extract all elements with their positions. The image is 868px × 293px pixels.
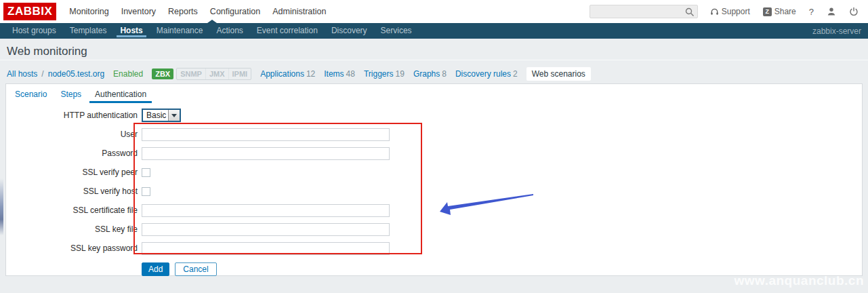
breadcrumb: All hosts / node05.test.org Enabled ZBX … bbox=[7, 65, 591, 82]
zabbix-logo[interactable]: ZABBIX bbox=[3, 3, 56, 20]
ssl-certificate-file-label: SSL certificate file bbox=[6, 206, 138, 215]
search-icon[interactable] bbox=[685, 7, 695, 17]
add-button[interactable]: Add bbox=[142, 262, 169, 276]
subnav-item-templates[interactable]: Templates bbox=[63, 23, 114, 39]
user-field[interactable] bbox=[142, 128, 390, 141]
select-dropdown-button[interactable] bbox=[168, 110, 180, 121]
crumb-graphs: Graphs8 bbox=[413, 69, 447, 79]
subnav-item-actions[interactable]: Actions bbox=[209, 23, 249, 39]
ipmi-badge: IPMI bbox=[228, 69, 251, 79]
form-row-ssl-verify-peer: SSL verify peer bbox=[6, 163, 862, 182]
cancel-button[interactable]: Cancel bbox=[175, 262, 216, 276]
share-label: Share bbox=[774, 7, 796, 16]
support-label: Support bbox=[722, 7, 750, 16]
page-header-band: Web monitoring bbox=[0, 39, 868, 60]
subnav-item-event-correlation[interactable]: Event correlation bbox=[250, 23, 325, 39]
subnav-item-hosts[interactable]: Hosts bbox=[113, 23, 149, 39]
password-label: Password bbox=[6, 149, 138, 158]
share-link[interactable]: Z Share bbox=[763, 7, 796, 16]
subnav-item-maintenance[interactable]: Maintenance bbox=[150, 23, 210, 39]
search-input[interactable] bbox=[590, 5, 697, 18]
form-row-password: Password bbox=[6, 144, 862, 163]
left-edge-watermark-artifact bbox=[0, 178, 3, 235]
user-label: User bbox=[6, 130, 138, 139]
crumb-triggers: Triggers19 bbox=[364, 69, 405, 79]
server-name-label: zabbix-server bbox=[812, 26, 868, 36]
web-scenario-form-panel: Scenario Steps Authentication HTTP authe… bbox=[5, 83, 863, 276]
breadcrumb-host[interactable]: node05.test.org bbox=[48, 69, 104, 79]
form-row-ssl-verify-host: SSL verify host bbox=[6, 182, 862, 201]
form-row-ssl-key-file: SSL key file bbox=[6, 220, 862, 239]
user-icon[interactable] bbox=[827, 7, 836, 16]
form-tabs: Scenario Steps Authentication bbox=[6, 84, 862, 103]
subnav-item-discovery[interactable]: Discovery bbox=[325, 23, 374, 39]
ssl-verify-host-label: SSL verify host bbox=[6, 187, 138, 196]
power-icon[interactable] bbox=[849, 7, 859, 16]
menu-item-administration[interactable]: Administration bbox=[266, 0, 332, 23]
selected-option-label: Basic bbox=[143, 110, 168, 121]
ssl-verify-peer-label: SSL verify peer bbox=[6, 168, 138, 177]
menu-item-reports[interactable]: Reports bbox=[162, 0, 204, 23]
tab-steps[interactable]: Steps bbox=[55, 90, 87, 103]
ssl-key-file-label: SSL key file bbox=[6, 224, 138, 234]
ssl-key-password-label: SSL key password bbox=[6, 243, 138, 253]
ssl-verify-host-checkbox[interactable] bbox=[142, 187, 150, 196]
subnav-item-host-groups[interactable]: Host groups bbox=[5, 23, 63, 39]
http-authentication-select[interactable]: Basic bbox=[142, 109, 181, 122]
menu-item-monitoring[interactable]: Monitoring bbox=[63, 0, 115, 23]
tab-scenario[interactable]: Scenario bbox=[9, 90, 52, 103]
host-status-label[interactable]: Enabled bbox=[113, 69, 143, 79]
headset-icon bbox=[710, 7, 719, 16]
jmx-badge: JMX bbox=[205, 69, 228, 79]
authentication-form: HTTP authentication Basic User Password … bbox=[6, 106, 862, 276]
tab-authentication[interactable]: Authentication bbox=[89, 90, 152, 103]
form-row-ssl-certificate-file: SSL certificate file bbox=[6, 201, 862, 220]
crumb-applications: Applications12 bbox=[260, 69, 315, 79]
menu-item-inventory[interactable]: Inventory bbox=[115, 0, 162, 23]
inactive-interface-badges: SNMP JMX IPMI bbox=[176, 68, 251, 80]
page-title: Web monitoring bbox=[7, 45, 868, 58]
ssl-key-file-field[interactable] bbox=[142, 223, 390, 236]
support-link[interactable]: Support bbox=[710, 7, 750, 16]
breadcrumb-all-hosts[interactable]: All hosts bbox=[7, 69, 37, 79]
share-z-icon: Z bbox=[763, 7, 772, 16]
zbx-badge: ZBX bbox=[152, 69, 173, 79]
http-authentication-label: HTTP authentication bbox=[6, 111, 138, 120]
crumb-web-scenarios[interactable]: Web scenarios bbox=[526, 67, 591, 81]
subnav-item-services[interactable]: Services bbox=[374, 23, 419, 39]
breadcrumb-separator: / bbox=[41, 69, 43, 79]
host-path: All hosts / node05.test.org bbox=[7, 69, 104, 79]
help-icon[interactable]: ? bbox=[809, 7, 814, 17]
form-row-http-authentication: HTTP authentication Basic bbox=[6, 106, 862, 125]
password-field[interactable] bbox=[142, 147, 390, 160]
crumb-items: Items48 bbox=[324, 69, 355, 79]
ssl-certificate-file-field[interactable] bbox=[142, 204, 390, 217]
active-subnav-underline bbox=[117, 35, 146, 37]
ssl-key-password-field[interactable] bbox=[142, 242, 390, 255]
ssl-verify-peer-checkbox[interactable] bbox=[142, 168, 150, 177]
crumb-discovery-rules: Discovery rules2 bbox=[455, 69, 518, 79]
main-menu: Monitoring Inventory Reports Configurati… bbox=[63, 0, 332, 23]
top-bar: ZABBIX Monitoring Inventory Reports Conf… bbox=[0, 0, 868, 23]
form-buttons: Add Cancel bbox=[142, 262, 862, 276]
chevron-down-icon bbox=[171, 114, 177, 117]
snmp-badge: SNMP bbox=[177, 69, 205, 79]
top-icon-cluster: Support Z Share ? bbox=[710, 7, 859, 17]
form-row-ssl-key-password: SSL key password bbox=[6, 239, 862, 258]
config-sub-nav: Host groups Templates Hosts Maintenance … bbox=[0, 23, 868, 39]
form-row-user: User bbox=[6, 125, 862, 144]
global-search[interactable] bbox=[590, 5, 698, 18]
interface-badges: ZBX SNMP JMX IPMI bbox=[152, 68, 251, 80]
